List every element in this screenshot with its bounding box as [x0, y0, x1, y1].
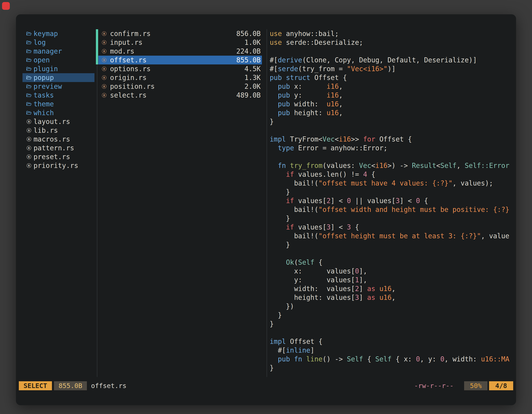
- code-line: bail!("offset must have 4 values: {:?}",…: [270, 179, 511, 188]
- code-line: }: [270, 240, 511, 249]
- sidebar-item-preset-rs[interactable]: Rpreset.rs: [22, 152, 95, 161]
- rust-file-icon: R: [102, 58, 107, 63]
- sidebar-item-open[interactable]: open: [22, 56, 95, 64]
- folder-icon: [26, 75, 31, 80]
- window-control-dot[interactable]: [2, 2, 10, 10]
- sidebar-item-label: keymap: [34, 29, 58, 38]
- code-line: [270, 152, 511, 161]
- code-line: fn try_from(values: Vec<i16>) -> Result<…: [270, 161, 511, 170]
- folder-icon: [26, 58, 31, 63]
- rust-file-icon: R: [102, 84, 107, 89]
- sidebar-item-label: macros.rs: [34, 135, 70, 144]
- code-line: bail!("offset height must be at least 3:…: [270, 231, 511, 240]
- rust-file-icon: R: [102, 93, 107, 98]
- sidebar-item-label: open: [34, 56, 50, 64]
- folder-icon: [26, 31, 31, 36]
- file-row-offset-rs[interactable]: Roffset.rs855.0B: [98, 56, 262, 64]
- rust-file-icon: R: [102, 66, 107, 71]
- sidebar-item-label: manager: [34, 47, 62, 56]
- code-line: y: values[1],: [270, 276, 511, 284]
- sidebar-item-log[interactable]: log: [22, 38, 95, 47]
- code-line: if values.len() != 4 {: [270, 170, 511, 179]
- file-row-input-rs[interactable]: Rinput.rs1.0K: [98, 38, 262, 47]
- svg-text:R: R: [28, 120, 30, 123]
- file-row-options-rs[interactable]: Roptions.rs4.5K: [98, 64, 262, 73]
- sidebar-item-label: which: [34, 108, 54, 117]
- code-line: if values[3] < 3 {: [270, 223, 511, 231]
- code-line: width: values[2] as u16,: [270, 284, 511, 293]
- sidebar-item-priority-rs[interactable]: Rpriority.rs: [22, 161, 95, 170]
- file-size: 856.0B: [236, 29, 261, 38]
- rust-file-icon: R: [26, 145, 31, 151]
- code-line: pub y: i16,: [270, 91, 511, 100]
- code-line: }: [270, 364, 511, 372]
- code-line: [270, 126, 511, 135]
- mode-badge: SELECT: [19, 381, 52, 390]
- parent-pane: keymaplogmanageropenpluginpopuppreviewta…: [22, 29, 95, 170]
- file-size: 2.0K: [245, 82, 261, 91]
- code-line: x: values[0],: [270, 267, 511, 276]
- sidebar-item-label: preview: [34, 82, 62, 91]
- file-name: offset.rs: [110, 56, 147, 64]
- svg-text:R: R: [103, 58, 105, 62]
- svg-text:R: R: [103, 32, 105, 35]
- sidebar-item-label: pattern.rs: [34, 144, 74, 152]
- svg-text:R: R: [103, 85, 105, 88]
- file-row-position-rs[interactable]: Rposition.rs2.0K: [98, 82, 262, 91]
- code-line: impl Offset {: [270, 337, 511, 346]
- sidebar-item-macros-rs[interactable]: Rmacros.rs: [22, 135, 95, 144]
- code-line: if values[2] < 0 || values[3] < 0 {: [270, 196, 511, 205]
- code-line: [270, 47, 511, 56]
- code-line: }: [270, 319, 511, 328]
- svg-text:R: R: [28, 129, 30, 132]
- rust-file-icon: R: [26, 163, 31, 168]
- file-permissions: -rw-r--r--: [414, 382, 454, 390]
- folder-icon: [26, 93, 31, 98]
- file-size: 1.3K: [245, 73, 261, 82]
- sidebar-item-which[interactable]: which: [22, 108, 95, 117]
- file-row-select-rs[interactable]: Rselect.rs489.0B: [98, 91, 262, 100]
- file-row-origin-rs[interactable]: Rorigin.rs1.3K: [98, 73, 262, 82]
- svg-text:R: R: [103, 41, 105, 44]
- file-size-badge: 855.0B: [54, 381, 87, 390]
- code-line: use anyhow::bail;: [270, 29, 511, 38]
- svg-text:R: R: [103, 50, 105, 53]
- file-name: confirm.rs: [110, 29, 151, 38]
- code-line: }: [270, 188, 511, 196]
- sidebar-item-tasks[interactable]: tasks: [22, 91, 95, 100]
- sidebar-item-theme[interactable]: theme: [22, 100, 95, 108]
- file-name: input.rs: [110, 38, 142, 47]
- sidebar-item-lib-rs[interactable]: Rlib.rs: [22, 126, 95, 135]
- code-line: }: [270, 311, 511, 319]
- sidebar-item-popup[interactable]: popup: [22, 73, 95, 82]
- rust-file-icon: R: [102, 75, 107, 80]
- sidebar-item-pattern-rs[interactable]: Rpattern.rs: [22, 144, 95, 152]
- code-line: pub x: i16,: [270, 82, 511, 91]
- file-row-mod-rs[interactable]: Rmod.rs224.0B: [98, 47, 262, 56]
- status-filename: offset.rs: [91, 382, 126, 390]
- sidebar-item-manager[interactable]: manager: [22, 47, 95, 56]
- sidebar-item-preview[interactable]: preview: [22, 82, 95, 91]
- svg-text:R: R: [103, 94, 105, 97]
- file-size: 4.5K: [245, 64, 261, 73]
- current-directory-pane: Rconfirm.rs856.0BRinput.rs1.0KRmod.rs224…: [98, 29, 262, 100]
- code-line: Ok(Self {: [270, 258, 511, 267]
- rust-file-icon: R: [26, 119, 31, 124]
- file-name: mod.rs: [110, 47, 134, 56]
- rust-file-icon: R: [26, 128, 31, 133]
- code-line: pub fn line() -> Self { Self { x: 0, y: …: [270, 355, 511, 364]
- scroll-percent-badge: 50%: [464, 381, 487, 390]
- code-line: use serde::Deserialize;: [270, 38, 511, 47]
- scrollbar-thumb[interactable]: [96, 29, 98, 64]
- sidebar-item-plugin[interactable]: plugin: [22, 64, 95, 73]
- folder-icon: [26, 110, 31, 115]
- file-row-confirm-rs[interactable]: Rconfirm.rs856.0B: [98, 29, 262, 38]
- code-line: impl TryFrom<Vec<i16>> for Offset {: [270, 135, 511, 144]
- code-line: bail!("offset width and height must be p…: [270, 205, 511, 214]
- svg-text:R: R: [28, 146, 30, 150]
- code-line: }: [270, 117, 511, 126]
- svg-text:R: R: [28, 155, 30, 159]
- sidebar-item-keymap[interactable]: keymap: [22, 29, 95, 38]
- sidebar-item-label: layout.rs: [34, 117, 70, 126]
- sidebar-item-layout-rs[interactable]: Rlayout.rs: [22, 117, 95, 126]
